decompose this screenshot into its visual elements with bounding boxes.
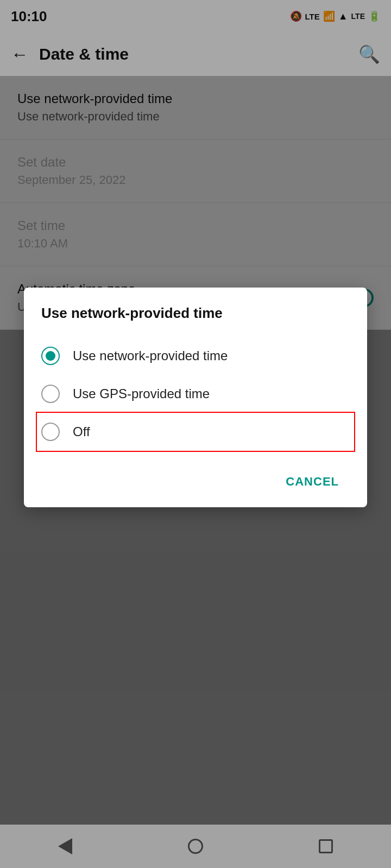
radio-gps-time[interactable] (41, 385, 60, 403)
option-gps-time-label: Use GPS-provided time (73, 386, 210, 401)
time-source-dialog: Use network-provided time Use network-pr… (24, 288, 367, 507)
option-network-time-label: Use network-provided time (73, 348, 228, 363)
radio-inner-network-time (46, 351, 55, 361)
radio-network-time[interactable] (41, 347, 60, 365)
option-gps-time[interactable]: Use GPS-provided time (41, 375, 350, 413)
radio-off[interactable] (41, 423, 60, 441)
option-off-label: Off (73, 424, 90, 439)
option-network-time[interactable]: Use network-provided time (41, 337, 350, 375)
dialog-title: Use network-provided time (41, 305, 350, 322)
dialog-actions: CANCEL (41, 462, 350, 496)
cancel-button[interactable]: CANCEL (275, 467, 350, 496)
option-off[interactable]: Off (37, 413, 354, 451)
